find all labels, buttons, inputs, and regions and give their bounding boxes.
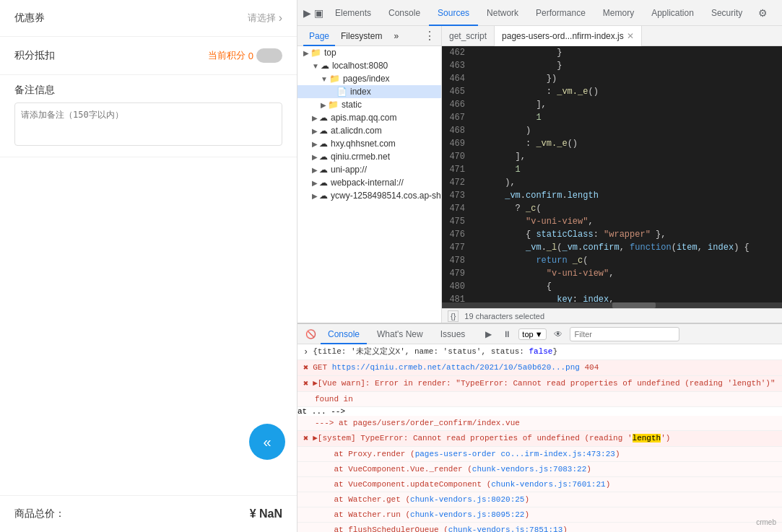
link-404[interactable]: https://qiniu.crmeb.net/attach/2021/10/5… bbox=[332, 363, 580, 372]
console-stack-4: at Watcher.get (chunk-vendors.js:8020:25… bbox=[297, 492, 782, 507]
tree-item-ycwy[interactable]: ▶ ☁ ycwy-1258498514.cos.ap-shanghai... bbox=[297, 189, 441, 202]
code-line-475: 475 "v-uni-view", bbox=[442, 215, 782, 228]
tree-label-top: top bbox=[324, 48, 336, 58]
more-icon[interactable]: ⋮ bbox=[774, 4, 782, 22]
fab-button[interactable]: « bbox=[249, 424, 285, 460]
code-line-464: 464 }) bbox=[442, 72, 782, 85]
coupon-value-area[interactable]: 请选择 › bbox=[248, 12, 282, 25]
link-stack-3[interactable]: chunk-vendors.js:7601:21 bbox=[491, 480, 605, 489]
tree-item-apis[interactable]: ▶ ☁ apis.map.qq.com bbox=[297, 111, 441, 124]
code-line-480: 480 { bbox=[442, 280, 782, 293]
total-value: ¥ NaN bbox=[250, 507, 282, 520]
tree-item-index[interactable]: 📄 index bbox=[297, 85, 441, 98]
cursor-icon[interactable]: ▶ bbox=[303, 4, 311, 22]
tab-security[interactable]: Security bbox=[703, 0, 751, 26]
console-filter-input[interactable] bbox=[570, 327, 679, 341]
link-stack-5[interactable]: chunk-vendors.js:8095:22 bbox=[410, 510, 524, 519]
tab-sources[interactable]: Sources bbox=[429, 0, 478, 26]
cons-tab-whatsnew[interactable]: What's New bbox=[370, 324, 430, 344]
console-text-at: ---> at pages/users/order_confirm/index.… bbox=[315, 417, 776, 429]
ft-tab-page[interactable]: Page bbox=[303, 26, 335, 46]
code-line-473: 473 _vm.confirm.length bbox=[442, 189, 782, 202]
code-tabs: get_script pages-users-ord...nfirm-index… bbox=[442, 26, 782, 46]
console-clear-icon[interactable]: 🚫 bbox=[303, 327, 318, 341]
eye-icon[interactable]: 👁 bbox=[551, 327, 565, 341]
ft-tab-filesystem[interactable]: Filesystem bbox=[335, 26, 388, 46]
tree-item-uni[interactable]: ▶ ☁ uni-app:// bbox=[297, 163, 441, 176]
console-toolbar: 🚫 Console What's New Issues ▶ ⏸ top ▼ 👁 bbox=[297, 324, 782, 344]
ft-tab-more[interactable]: » bbox=[388, 26, 404, 46]
console-stack-text-1: at Proxy.render (pages-users-order co...… bbox=[315, 448, 776, 460]
remark-area: 备注信息 bbox=[0, 75, 297, 157]
coupon-row: 优惠券 请选择 › bbox=[0, 0, 297, 37]
tree-item-pages[interactable]: ▼ 📁 pages/index bbox=[297, 72, 441, 85]
tree-item-hxy[interactable]: ▶ ☁ hxy.qhhsnet.com bbox=[297, 137, 441, 150]
link-stack-2[interactable]: chunk-vendors.js:7083:22 bbox=[472, 465, 586, 474]
points-label: 积分抵扣 bbox=[14, 49, 55, 62]
folder-icon: 📁 bbox=[310, 48, 321, 58]
tab-network[interactable]: Network bbox=[478, 0, 527, 26]
tree-item-at[interactable]: ▶ ☁ at.alicdn.com bbox=[297, 124, 441, 137]
console-line-system: ✖ ▶[system] TypeError: Cannot read prope… bbox=[297, 431, 782, 447]
code-panel: get_script pages-users-ord...nfirm-index… bbox=[442, 26, 782, 323]
tree-item-top[interactable]: ▶ 📁 top bbox=[297, 46, 441, 59]
context-arrow-icon: ▼ bbox=[535, 330, 543, 339]
console-text-system: ▶[system] TypeError: Cannot read propert… bbox=[313, 432, 776, 444]
console-panel: 🚫 Console What's New Issues ▶ ⏸ top ▼ 👁 … bbox=[297, 323, 782, 532]
link-stack-6[interactable]: chunk-vendors.js:7851:13 bbox=[448, 526, 562, 532]
remark-input[interactable] bbox=[14, 103, 282, 146]
console-stack-text-3: at VueComponent.updateComponent (chunk-v… bbox=[315, 479, 776, 490]
tree-item-qiniu[interactable]: ▶ ☁ qiniu.crmeb.net bbox=[297, 150, 441, 163]
code-horizontal-scrollbar[interactable] bbox=[442, 302, 782, 308]
format-icon[interactable]: {} bbox=[448, 310, 459, 322]
device-icon[interactable]: ▣ bbox=[314, 4, 323, 22]
tree-label-localhost: localhost:8080 bbox=[332, 61, 388, 71]
context-selector[interactable]: top ▼ bbox=[518, 328, 546, 340]
file-icon-index: 📄 bbox=[336, 87, 347, 97]
status-bar: {} 19 characters selected bbox=[442, 308, 782, 323]
settings-icon[interactable]: ⚙ bbox=[754, 4, 771, 22]
cons-tab-issues[interactable]: Issues bbox=[433, 324, 473, 344]
console-run-icon[interactable]: ▶ bbox=[481, 327, 495, 341]
ft-options-icon[interactable]: ⋮ bbox=[424, 29, 435, 43]
tree-item-static[interactable]: ▶ 📁 static bbox=[297, 98, 441, 111]
code-line-466: 466 ], bbox=[442, 98, 782, 111]
console-text-vue-warn: ▶[Vue warn]: Error in render: "TypeError… bbox=[313, 378, 776, 389]
arrow-icon-webpack: ▶ bbox=[312, 179, 318, 187]
points-toggle[interactable] bbox=[256, 48, 282, 63]
console-line-404: ✖ GET https://qiniu.crmeb.net/attach/202… bbox=[297, 360, 782, 376]
tab-performance[interactable]: Performance bbox=[527, 0, 594, 26]
cloud-icon-localhost: ☁ bbox=[321, 61, 329, 71]
arrow-icon-localhost: ▼ bbox=[312, 62, 319, 70]
code-line-476: 476 { staticClass: "wrapper" }, bbox=[442, 228, 782, 241]
remark-label: 备注信息 bbox=[14, 84, 282, 97]
code-tab-index[interactable]: pages-users-ord...nfirm-index.js ✕ bbox=[495, 26, 642, 46]
tab-console[interactable]: Console bbox=[380, 0, 429, 26]
tab-application[interactable]: Application bbox=[643, 0, 703, 26]
code-line-467: 467 1 bbox=[442, 111, 782, 124]
arrow-icon-static: ▶ bbox=[321, 101, 326, 109]
code-line-463: 463 } bbox=[442, 59, 782, 72]
cons-tab-console[interactable]: Console bbox=[321, 324, 367, 344]
link-stack-1[interactable]: pages-users-order co...irm-index.js:473:… bbox=[415, 450, 615, 458]
console-stack-2: at VueComponent.Vue._render (chunk-vendo… bbox=[297, 462, 782, 477]
arrow-icon-apis: ▶ bbox=[312, 114, 318, 122]
code-tab-get-script[interactable]: get_script bbox=[442, 26, 495, 46]
link-stack-4[interactable]: chunk-vendors.js:8020:25 bbox=[410, 495, 524, 504]
console-line-vue-warn: ✖ ▶[Vue warn]: Error in render: "TypeErr… bbox=[297, 376, 782, 392]
tree-item-webpack[interactable]: ▶ ☁ webpack-internal:// bbox=[297, 176, 441, 189]
code-line-481: 481 key: index, bbox=[442, 293, 782, 302]
tab-elements[interactable]: Elements bbox=[326, 0, 380, 26]
tab-memory[interactable]: Memory bbox=[594, 0, 643, 26]
console-stop-icon[interactable]: ⏸ bbox=[500, 327, 514, 341]
code-line-470: 470 ], bbox=[442, 150, 782, 163]
tree-item-localhost[interactable]: ▼ ☁ localhost:8080 bbox=[297, 59, 441, 72]
code-content[interactable]: 462 } 463 } 464 }) bbox=[442, 46, 782, 302]
error-icon-system: ✖ bbox=[303, 433, 308, 445]
code-tab-close-icon[interactable]: ✕ bbox=[627, 31, 634, 41]
code-scrollbar-thumb[interactable] bbox=[612, 302, 656, 308]
folder-icon-pages: 📁 bbox=[329, 74, 340, 84]
tree-label-apis: apis.map.qq.com bbox=[331, 113, 396, 123]
code-tab-index-label: pages-users-ord...nfirm-index.js bbox=[502, 31, 624, 41]
arrow-icon-at: ▶ bbox=[312, 127, 318, 135]
